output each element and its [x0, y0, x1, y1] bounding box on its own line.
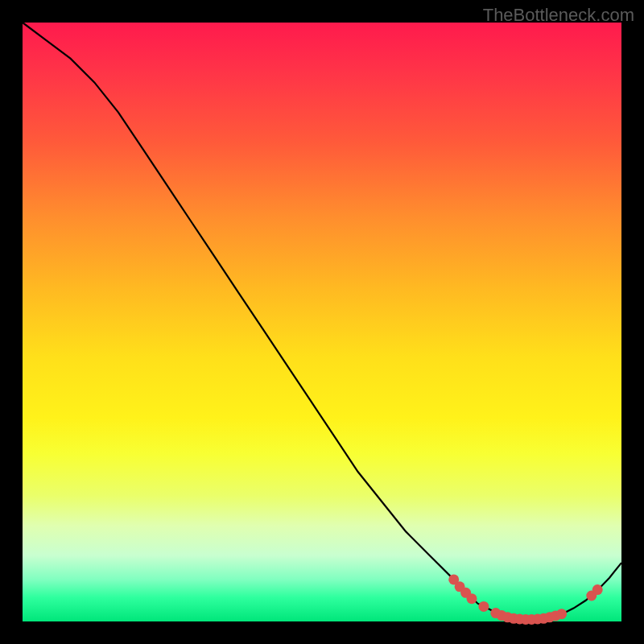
- sample-point: [467, 593, 477, 604]
- bottleneck-curve: [23, 23, 621, 620]
- chart-background: [23, 23, 621, 621]
- sample-point: [592, 584, 603, 595]
- watermark-text: TheBottleneck.com: [483, 5, 634, 26]
- sample-point: [478, 601, 489, 612]
- sample-points-group: [448, 574, 603, 625]
- sample-point: [556, 609, 567, 619]
- chart-svg: [23, 23, 621, 621]
